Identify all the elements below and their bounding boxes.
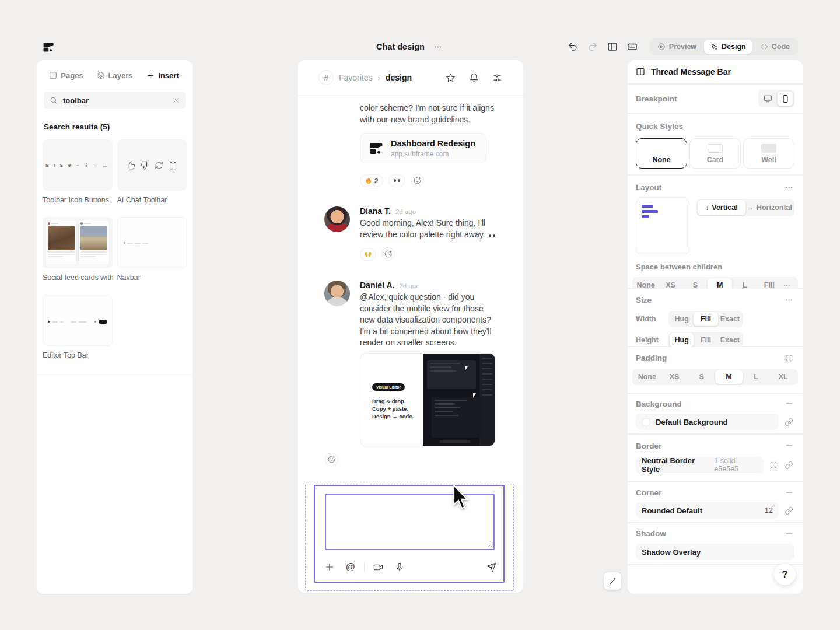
padding-option-xl[interactable]: XL xyxy=(769,370,797,384)
search-input[interactable] xyxy=(63,96,167,105)
border-link-icon[interactable] xyxy=(783,460,794,471)
image-attachment[interactable]: Visual Editor Drag & drop. Copy + paste.… xyxy=(360,353,495,446)
breadcrumb-page[interactable]: design xyxy=(386,73,412,82)
toggle-left-panel-icon[interactable] xyxy=(605,39,620,54)
layout-preview xyxy=(636,199,690,254)
card-style-preview xyxy=(708,144,723,153)
padding-option-m[interactable]: M xyxy=(715,370,743,384)
clear-search-icon[interactable] xyxy=(173,97,180,104)
message-text-line: with our new brand guidelines. xyxy=(360,114,500,126)
width-control: Hug Fill Exact xyxy=(668,311,743,327)
chat-header: # Favorites › design xyxy=(298,60,523,95)
attachment-text-line: Design → code. xyxy=(372,412,423,420)
add-reaction-icon[interactable] xyxy=(325,453,338,466)
result-social-feed-cards[interactable]: Social feed cards with... xyxy=(43,217,113,282)
shadow-value-row[interactable]: Shadow Overlay xyxy=(636,544,794,560)
tab-pages[interactable]: Pages xyxy=(42,71,90,80)
width-fill[interactable]: Fill xyxy=(694,312,718,326)
result-caption: AI Chat Toolbar xyxy=(117,196,187,204)
breakpoint-label: Breakpoint xyxy=(636,94,677,103)
background-link-icon[interactable] xyxy=(783,416,794,428)
width-hug[interactable]: Hug xyxy=(670,312,694,326)
height-exact[interactable]: Exact xyxy=(718,333,742,347)
inspector-panel: Thread Message Bar Breakpoint Quick Styl… xyxy=(628,60,803,594)
message-author: Diana T. xyxy=(360,206,391,216)
layout-horizontal-button[interactable]: → Horizontal xyxy=(746,200,793,215)
link-card-url: app.subframe.com xyxy=(391,150,475,158)
clipboard-icon xyxy=(169,161,177,170)
keyboard-shortcuts-icon[interactable] xyxy=(625,39,640,54)
mic-icon[interactable] xyxy=(395,562,404,572)
redo-icon[interactable] xyxy=(585,39,600,54)
quick-style-well[interactable]: Well xyxy=(743,138,794,169)
border-remove-icon[interactable] xyxy=(784,440,794,451)
reaction-raised-hands[interactable] xyxy=(360,248,376,261)
message-author: Daniel A. xyxy=(360,281,394,290)
subframe-logo-icon[interactable] xyxy=(42,41,54,53)
corner-remove-icon[interactable] xyxy=(784,487,794,498)
settings-sliders-icon[interactable] xyxy=(491,71,503,84)
tab-code[interactable]: Code xyxy=(754,40,796,54)
result-toolbar-icon-buttons[interactable]: B I S ⊕ ≡ ⋮ ↔ … Toolbar Icon Buttons xyxy=(43,139,113,204)
document-more-icon[interactable] xyxy=(432,40,444,53)
border-edges-icon[interactable] xyxy=(768,460,779,470)
result-ai-chat-toolbar[interactable]: AI Chat Toolbar xyxy=(117,139,187,204)
message-list: color scheme? I'm not sure if it aligns … xyxy=(298,96,523,466)
add-reaction-icon[interactable] xyxy=(382,247,395,261)
layout-more-icon[interactable] xyxy=(783,182,794,193)
padding-option-none[interactable]: None xyxy=(634,370,661,384)
reaction-fire[interactable]: 2 xyxy=(360,174,383,187)
attach-plus-icon[interactable] xyxy=(325,562,334,572)
shadow-label: Shadow xyxy=(636,529,666,538)
result-navbar[interactable]: Navbar xyxy=(117,217,187,282)
result-caption: Editor Top Bar xyxy=(43,351,113,359)
background-value-row[interactable]: Default Background xyxy=(636,414,779,430)
reaction-count: 2 xyxy=(374,177,378,184)
arrow-right-icon: → xyxy=(747,204,754,212)
help-button[interactable]: ? xyxy=(774,564,796,585)
star-icon[interactable] xyxy=(444,71,457,84)
link-card-title: Dashboard Redesign xyxy=(391,138,475,149)
shadow-remove-icon[interactable] xyxy=(784,528,794,539)
mention-icon[interactable]: @ xyxy=(346,562,355,572)
message-text-line: Good morning, Alex! Sure thing, I'll xyxy=(360,218,495,229)
result-editor-top-bar[interactable]: Editor Top Bar xyxy=(43,295,113,359)
undo-icon[interactable] xyxy=(565,39,580,54)
result-caption: Navbar xyxy=(117,274,187,282)
thread-message-bar-component[interactable]: @ xyxy=(314,485,505,583)
well-style-preview xyxy=(761,144,776,153)
breakpoint-desktop-icon[interactable] xyxy=(760,91,776,106)
bell-icon[interactable] xyxy=(467,71,480,84)
padding-option-s[interactable]: S xyxy=(688,370,715,384)
corner-link-icon[interactable] xyxy=(783,505,794,516)
tab-design[interactable]: Design xyxy=(704,40,752,54)
insert-button[interactable]: Insert xyxy=(139,71,187,80)
breakpoint-switcher xyxy=(758,90,794,107)
tab-preview[interactable]: Preview xyxy=(651,40,703,54)
tab-layers[interactable]: Layers xyxy=(90,71,139,80)
layout-vertical-button[interactable]: ↓ Vertical xyxy=(698,200,746,215)
padding-option-l[interactable]: L xyxy=(743,370,770,384)
height-fill[interactable]: Fill xyxy=(694,333,718,347)
breadcrumb-channel[interactable]: Favorites xyxy=(339,73,373,82)
breakpoint-mobile-icon[interactable] xyxy=(777,91,793,106)
message-input[interactable] xyxy=(325,494,495,550)
add-reaction-icon[interactable] xyxy=(411,174,424,187)
magic-wand-button[interactable] xyxy=(604,572,621,590)
corner-value-row[interactable]: Rounded Default 12 xyxy=(636,502,779,519)
quick-style-card[interactable]: Card xyxy=(690,138,741,169)
border-value-row[interactable]: Neutral Border Style 1 solid e5e5e5 xyxy=(636,457,764,473)
background-remove-icon[interactable] xyxy=(784,398,794,409)
reaction-eyes[interactable] xyxy=(388,174,405,187)
message-text-line: I'm a bit concerned about how they'll xyxy=(360,326,492,338)
padding-option-xs[interactable]: XS xyxy=(661,370,688,384)
height-hug[interactable]: Hug xyxy=(670,333,694,347)
padding-edges-icon[interactable] xyxy=(784,353,794,363)
size-more-icon[interactable] xyxy=(783,295,794,306)
link-preview-card[interactable]: Dashboard Redesign app.subframe.com xyxy=(360,133,487,163)
send-icon[interactable] xyxy=(487,562,496,572)
width-exact[interactable]: Exact xyxy=(718,312,742,326)
video-icon[interactable] xyxy=(373,562,383,572)
mode-switcher: Preview Design Code xyxy=(649,38,798,55)
quick-style-none[interactable]: None xyxy=(636,138,687,169)
